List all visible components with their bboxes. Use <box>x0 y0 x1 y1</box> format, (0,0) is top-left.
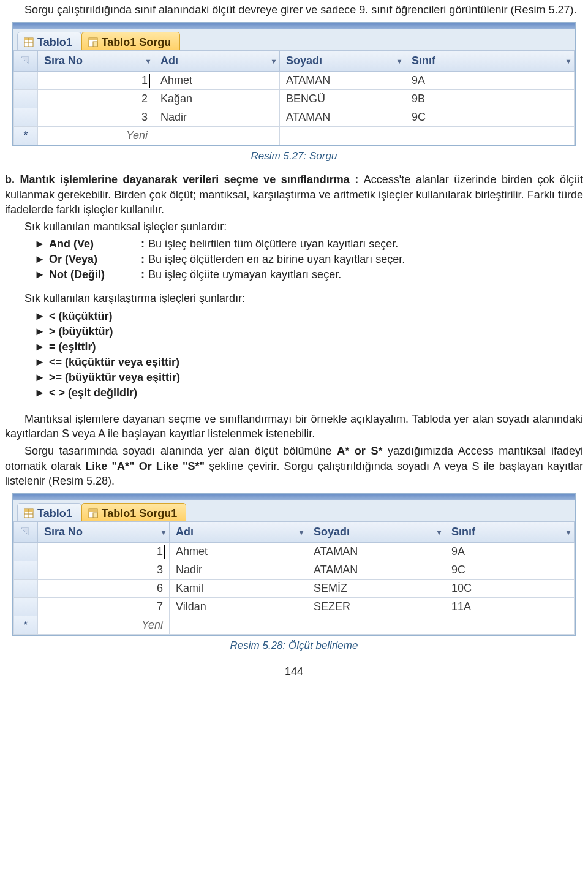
cell-new-label[interactable]: Yeni <box>38 616 170 635</box>
tab-tablo1-sorgu1[interactable]: Tablo1 Sorgu1 <box>81 503 187 521</box>
column-header-label: Adı <box>176 526 194 538</box>
op-desc: Bu işleç ölçütlerden en az birine uyan k… <box>148 253 583 266</box>
cell-sinif[interactable]: 9C <box>445 561 575 580</box>
cell-soyadi[interactable]: BENGÜ <box>280 90 405 108</box>
table-icon <box>24 508 34 518</box>
cmp-text: >= (büyüktür veya eşittir) <box>49 371 180 384</box>
dropdown-icon[interactable]: ▾ <box>300 528 303 537</box>
logical-ops-list: ► And (Ve) : Bu işleç belirtilen tüm ölç… <box>5 238 583 281</box>
row-selector[interactable] <box>13 543 38 561</box>
example-paragraph-1: Mantıksal işlemlere dayanan seçme ve sın… <box>5 412 583 442</box>
new-row-selector[interactable]: * <box>13 127 38 145</box>
cell-sira-no[interactable]: 2 <box>38 90 154 108</box>
cell-empty[interactable] <box>280 127 405 145</box>
cell-sinif[interactable]: 9C <box>405 108 575 127</box>
column-header-sira-no[interactable]: Sıra No▾ <box>38 521 170 543</box>
column-header-sira-no[interactable]: Sıra No▾ <box>38 50 154 72</box>
column-header-label: Soyadı <box>286 55 322 67</box>
section-b-paragraph: b. Mantık işlemlerine dayanarak verileri… <box>5 172 583 217</box>
figure-528-access-datasheet: Tablo1 Tablo1 Sorgu1 Sıra No▾ Adı▾ Soyad… <box>12 493 576 636</box>
cell-soyadi[interactable]: ATAMAN <box>307 543 445 561</box>
cell-sira-no[interactable]: 7 <box>38 598 170 616</box>
cell-adi[interactable]: Ahmet <box>154 72 280 90</box>
column-header-soyadi[interactable]: Soyadı▾ <box>307 521 445 543</box>
tab-tablo1-sorgu[interactable]: Tablo1 Sorgu <box>81 32 181 50</box>
cell-sira-no[interactable]: 3 <box>38 561 170 580</box>
bullet-arrow-icon: ► <box>34 325 49 338</box>
cell-sira-no[interactable]: 3 <box>38 108 154 127</box>
cell-adi[interactable]: Nadir <box>154 108 280 127</box>
cell-adi[interactable]: Ahmet <box>170 543 307 561</box>
cell-sinif[interactable]: 9A <box>405 72 575 90</box>
cell-adi[interactable]: Kağan <box>154 90 280 108</box>
column-header-sinif[interactable]: Sınıf▾ <box>445 521 575 543</box>
row-selector[interactable] <box>13 598 38 616</box>
dropdown-icon[interactable]: ▾ <box>398 57 401 66</box>
cell-soyadi[interactable]: ATAMAN <box>280 108 405 127</box>
cell-sinif[interactable]: 9A <box>445 543 575 561</box>
column-header-label: Sınıf <box>412 55 435 67</box>
row-selector[interactable] <box>13 72 38 90</box>
tab-label: Tablo1 <box>37 36 72 49</box>
cell-soyadi[interactable]: SEMİZ <box>307 580 445 598</box>
bullet-arrow-icon: ► <box>34 310 49 323</box>
cell-sira-no[interactable]: 6 <box>38 580 170 598</box>
cell-empty[interactable] <box>170 616 307 635</box>
dropdown-icon[interactable]: ▾ <box>146 57 150 66</box>
column-header-label: Sınıf <box>451 526 475 538</box>
dropdown-icon[interactable]: ▾ <box>567 528 570 537</box>
dropdown-icon[interactable]: ▾ <box>567 57 570 66</box>
column-header-sinif[interactable]: Sınıf▾ <box>405 50 575 72</box>
op-colon: : <box>141 268 148 281</box>
cmp-text: = (eşittir) <box>49 341 96 353</box>
bullet-arrow-icon: ► <box>34 238 49 251</box>
cell-sinif[interactable]: 9B <box>405 90 575 108</box>
cell-soyadi[interactable]: SEZER <box>307 598 445 616</box>
cell-soyadi[interactable]: ATAMAN <box>307 561 445 580</box>
select-all-cell[interactable] <box>13 521 38 543</box>
dropdown-icon[interactable]: ▾ <box>437 528 441 537</box>
cmp-lt: ►< (küçüktür) <box>34 310 583 323</box>
cell-new-label[interactable]: Yeni <box>38 127 154 145</box>
row-selector[interactable] <box>13 90 38 108</box>
cell-adi[interactable]: Vildan <box>170 598 307 616</box>
cell-sinif[interactable]: 10C <box>445 580 575 598</box>
op-colon: : <box>141 238 148 251</box>
select-all-cell[interactable] <box>13 50 38 72</box>
cell-empty[interactable] <box>405 127 575 145</box>
cell-adi[interactable]: Kamil <box>170 580 307 598</box>
tab-tablo1[interactable]: Tablo1 <box>17 32 81 50</box>
bullet-arrow-icon: ► <box>34 341 49 353</box>
cell-empty[interactable] <box>307 616 445 635</box>
cell-sinif[interactable]: 11A <box>445 598 575 616</box>
row-selector[interactable] <box>13 561 38 580</box>
cmp-text: < (küçüktür) <box>49 310 113 323</box>
dropdown-icon[interactable]: ▾ <box>272 57 276 66</box>
column-header-soyadi[interactable]: Soyadı▾ <box>280 50 405 72</box>
cell-sira-no[interactable]: 1 <box>38 72 154 90</box>
cell-empty[interactable] <box>154 127 280 145</box>
row-selector[interactable] <box>13 108 38 127</box>
svg-rect-5 <box>89 38 97 40</box>
tab-tablo1[interactable]: Tablo1 <box>17 503 81 521</box>
row-selector[interactable] <box>13 580 38 598</box>
cell-soyadi[interactable]: ATAMAN <box>280 72 405 90</box>
op-colon: : <box>141 253 148 266</box>
intro-paragraph: Sorgu çalıştırıldığında sınıf alanındaki… <box>5 2 583 17</box>
cmp-gte: ►>= (büyüktür veya eşittir) <box>34 371 583 384</box>
tab-label: Tablo1 <box>37 507 72 520</box>
op-desc: Bu işleç belirtilen tüm ölçütlere uyan k… <box>148 238 583 251</box>
svg-rect-6 <box>93 42 97 47</box>
table-icon <box>24 37 34 47</box>
cell-empty[interactable] <box>445 616 575 635</box>
datasheet-grid: Sıra No▾ Adı▾ Soyadı▾ Sınıf▾ 1 Ahmet ATA… <box>13 50 575 145</box>
column-header-adi[interactable]: Adı▾ <box>170 521 307 543</box>
datasheet-tab-bar: Tablo1 Tablo1 Sorgu <box>13 29 575 50</box>
column-header-adi[interactable]: Adı▾ <box>154 50 280 72</box>
cell-adi[interactable]: Nadir <box>170 561 307 580</box>
query-icon <box>88 508 98 518</box>
new-row-selector[interactable]: * <box>13 616 38 635</box>
query-icon <box>88 37 98 47</box>
cell-sira-no[interactable]: 1 <box>38 543 170 561</box>
dropdown-icon[interactable]: ▾ <box>162 528 165 537</box>
